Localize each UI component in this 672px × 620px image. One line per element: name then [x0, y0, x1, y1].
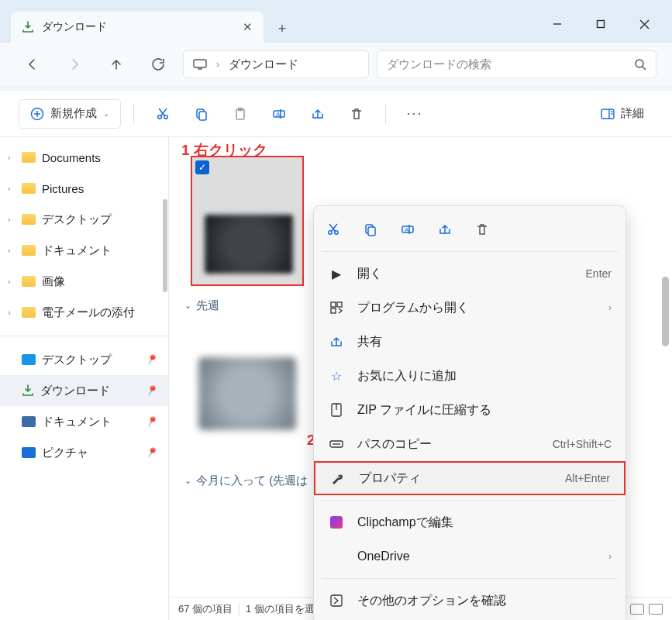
scrollbar-thumb[interactable]: [662, 277, 669, 346]
svg-text:A: A: [405, 226, 409, 233]
delete-button[interactable]: [474, 221, 491, 238]
tab-title: ダウンロード: [42, 20, 107, 34]
group-this-month[interactable]: ⌄今月に入って (先週は: [184, 474, 308, 488]
scissors-icon: [326, 222, 340, 236]
svg-point-6: [636, 60, 643, 67]
minimize-button[interactable]: [536, 9, 579, 40]
pin-icon: 📍: [143, 352, 159, 368]
more-options-icon: [328, 594, 345, 608]
thumbnail-image: [205, 215, 293, 274]
document-icon: [22, 416, 36, 427]
clipboard-icon: [233, 107, 247, 121]
thumbnail-image: [198, 357, 296, 430]
refresh-button[interactable]: [141, 49, 175, 80]
play-icon: ▶: [328, 267, 345, 281]
ctx-zip[interactable]: ZIP ファイルに圧縮する: [314, 393, 625, 427]
chevron-down-icon: ⌄: [184, 301, 191, 311]
cut-button[interactable]: [146, 98, 179, 129]
new-label: 新規作成: [50, 106, 97, 121]
trash-icon: [475, 222, 489, 236]
desktop-icon: [22, 354, 36, 365]
tab-downloads[interactable]: ダウンロード ✕: [11, 12, 264, 43]
paste-button[interactable]: [224, 98, 257, 129]
svg-rect-31: [368, 227, 375, 236]
maximize-button[interactable]: [579, 9, 622, 40]
share-button[interactable]: [302, 98, 334, 129]
new-button[interactable]: 新規作成 ⌄: [19, 99, 121, 129]
share-button[interactable]: [436, 221, 453, 238]
chevron-down-icon: ⌄: [103, 109, 109, 118]
ctx-clipchamp[interactable]: Clipchampで編集: [314, 505, 625, 539]
tree-images-folder[interactable]: ›画像: [0, 266, 168, 297]
address-bar[interactable]: › ダウンロード: [183, 50, 369, 78]
pin-icon: 📍: [143, 383, 159, 399]
item-count: 67 個の項目: [178, 602, 233, 616]
detail-button[interactable]: 詳細: [591, 100, 653, 128]
breadcrumb[interactable]: ダウンロード: [229, 57, 298, 72]
close-icon[interactable]: ✕: [243, 20, 253, 34]
ctx-more-options[interactable]: その他のオプションを確認: [314, 584, 625, 618]
trash-icon: [350, 107, 364, 121]
ctx-open[interactable]: ▶開くEnter: [314, 257, 625, 291]
folder-icon: [22, 276, 36, 287]
tree-desktop-folder[interactable]: ›デスクトップ: [0, 204, 168, 235]
folder-icon: [22, 183, 36, 194]
quick-desktop[interactable]: デスクトップ📍: [0, 344, 168, 375]
window-controls: [536, 5, 666, 43]
forward-button[interactable]: [57, 49, 91, 80]
rename-button[interactable]: A: [263, 98, 295, 129]
back-button[interactable]: [16, 49, 50, 80]
selected-file-thumbnail[interactable]: ✓: [191, 156, 304, 286]
pin-icon: 📍: [143, 414, 159, 430]
svg-rect-4: [194, 60, 206, 67]
svg-rect-37: [331, 308, 336, 313]
tree-pictures[interactable]: ›Pictures: [0, 173, 168, 204]
ctx-open-with[interactable]: プログラムから開く›: [314, 291, 625, 325]
scissors-icon: [156, 107, 170, 121]
up-button[interactable]: [99, 49, 133, 80]
tree-documents[interactable]: ›Documents: [0, 142, 168, 173]
copy-icon: [364, 222, 377, 236]
copy-button[interactable]: [185, 98, 218, 129]
quick-documents[interactable]: ドキュメント📍: [0, 406, 168, 437]
open-with-icon: [328, 301, 345, 315]
quick-downloads[interactable]: ダウンロード📍: [0, 375, 168, 406]
new-tab-button[interactable]: +: [268, 15, 296, 43]
close-button[interactable]: [622, 9, 666, 40]
chevron-right-icon: ›: [608, 551, 612, 562]
checkbox-checked-icon[interactable]: ✓: [195, 160, 209, 174]
tree-mail-folder[interactable]: ›電子メールの添付: [0, 297, 168, 328]
ctx-favorite[interactable]: ☆お気に入りに追加: [314, 359, 625, 393]
copy-path-icon: [328, 438, 345, 450]
share-icon: [438, 222, 452, 236]
svg-line-7: [643, 67, 646, 70]
view-thumb-icon[interactable]: [649, 604, 663, 615]
file-thumbnail[interactable]: [191, 328, 304, 458]
download-icon: [22, 384, 34, 397]
copy-icon: [195, 107, 208, 121]
rename-button[interactable]: A: [399, 221, 416, 238]
quick-pictures[interactable]: ピクチャ📍: [0, 437, 168, 468]
rename-icon: A: [401, 222, 415, 236]
rename-icon: A: [272, 107, 286, 121]
ctx-onedrive[interactable]: OneDrive›: [314, 539, 625, 574]
svg-rect-1: [598, 21, 605, 28]
wrench-icon: [329, 471, 346, 485]
group-last-week[interactable]: ⌄先週: [184, 298, 219, 313]
ctx-properties[interactable]: プロパティAlt+Enter: [314, 461, 625, 495]
view-list-icon[interactable]: [630, 604, 644, 615]
ctx-copy-path[interactable]: パスのコピーCtrl+Shift+C: [314, 427, 625, 461]
plus-circle-icon: [30, 107, 44, 121]
folder-icon: [22, 214, 36, 225]
search-input[interactable]: ダウンロードの検索: [377, 50, 656, 78]
more-button[interactable]: ···: [398, 98, 431, 129]
tree-docs-folder[interactable]: ›ドキュメント: [0, 235, 168, 266]
scrollbar-thumb[interactable]: [163, 199, 167, 292]
copy-button[interactable]: [362, 221, 379, 238]
delete-button[interactable]: [340, 98, 373, 129]
titlebar: ダウンロード ✕ +: [0, 0, 672, 43]
ctx-share[interactable]: 共有: [314, 325, 625, 359]
cut-button[interactable]: [325, 221, 342, 238]
download-icon: [22, 21, 34, 33]
zip-icon: [328, 403, 345, 417]
